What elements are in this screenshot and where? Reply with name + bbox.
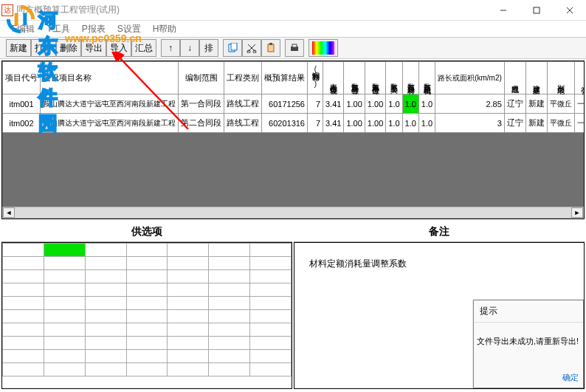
scissors-icon <box>247 43 257 53</box>
popup-message: 文件导出未成功,请重新导出! <box>474 323 583 360</box>
alert-popup: 提示 文件导出未成功,请重新导出! 确定 <box>473 300 584 388</box>
summary-button[interactable]: 汇总 <box>131 39 156 57</box>
main-grid[interactable]: 项目代号 建设项目名称 编制范围 工程类别 概预算结果 计划利润(%) 税金综合… <box>1 61 585 219</box>
col-profit: 计划利润(%) <box>308 62 323 94</box>
header-row: 项目代号 建设项目名称 编制范围 工程类别 概预算结果 计划利润(%) 税金综合… <box>3 62 585 94</box>
color-button[interactable] <box>308 39 338 57</box>
popup-ok-button[interactable]: 确定 <box>559 369 582 386</box>
popup-title: 提示 <box>474 300 583 323</box>
rainbow-icon <box>312 41 334 55</box>
import-button[interactable]: 导入 <box>106 39 131 57</box>
col-build: 新建改建 <box>525 62 547 94</box>
col-labor: 人工单价系数 <box>386 62 402 94</box>
move-up-button[interactable]: ↑ <box>161 39 180 57</box>
menubar: F编辑 T工具 P报表 S设置 H帮助 <box>0 21 586 37</box>
col-length: 路长或面积(km/m2) <box>435 62 505 94</box>
paste-button[interactable] <box>261 39 280 57</box>
print-button[interactable] <box>285 39 304 57</box>
export-button[interactable]: 导出 <box>81 39 106 57</box>
list-item <box>3 244 292 257</box>
col-material: 材料定额系数 <box>402 62 418 94</box>
list-item <box>3 350 292 363</box>
col-fee2: 综合费率系数 <box>365 62 385 94</box>
options-grid[interactable] <box>1 242 292 389</box>
list-item <box>3 297 292 310</box>
svg-rect-13 <box>268 44 274 52</box>
col-id: 项目代号 <box>3 62 41 94</box>
col-grade: 公等 <box>574 62 585 94</box>
minimize-button[interactable] <box>486 0 520 21</box>
list-item <box>3 257 292 270</box>
close-button[interactable] <box>553 0 586 21</box>
col-fee1: 综合取费系数 <box>344 62 365 94</box>
maximize-button[interactable] <box>520 0 553 21</box>
table-row[interactable]: itm002 鞍山腾达大道宁远屯至西河南段新建工程 第二合同段 路线工程 602… <box>3 114 585 133</box>
svg-rect-16 <box>292 44 297 47</box>
open-button[interactable]: 打开 <box>31 39 56 57</box>
new-button[interactable]: 新建 <box>6 39 31 57</box>
list-item <box>3 283 292 297</box>
options-title: 供选项 <box>1 222 292 242</box>
list-item <box>3 337 292 350</box>
col-result: 概预算结果 <box>262 62 308 94</box>
toolbar: 新建 打开 删除 导出 导入 汇总 ↑ ↓ 排 <box>0 37 586 59</box>
list-item <box>3 270 292 283</box>
col-terrain: 地形类别 <box>547 62 574 94</box>
menu-tools[interactable]: T工具 <box>41 21 75 37</box>
copy-button[interactable] <box>223 39 242 57</box>
selected-option-cell[interactable] <box>44 244 85 257</box>
paste-icon <box>266 43 276 53</box>
empty-grid-area <box>2 133 584 207</box>
printer-icon <box>289 43 300 53</box>
list-item <box>3 310 292 323</box>
remark-title: 备注 <box>294 222 585 242</box>
highlighted-cell[interactable]: 1.0 <box>402 94 418 114</box>
remark-text: 材料定额消耗量调整系数 <box>309 258 407 270</box>
svg-rect-14 <box>269 43 272 45</box>
app-icon: 达 <box>1 4 13 16</box>
sort-button[interactable]: 排 <box>199 39 218 57</box>
scroll-left-button[interactable]: ◄ <box>3 207 15 218</box>
list-item <box>3 363 292 376</box>
svg-rect-8 <box>231 43 237 50</box>
menu-edit[interactable]: F编辑 <box>6 21 41 37</box>
options-panel: 供选项 <box>1 222 292 389</box>
cut-button[interactable] <box>242 39 261 57</box>
menu-settings[interactable]: S设置 <box>111 21 147 37</box>
copy-icon <box>227 43 238 53</box>
move-down-button[interactable]: ↓ <box>180 39 199 57</box>
table-row[interactable]: itm001 鞍山腾达大道宁远屯至西河南段新建工程 第一合同段 路线工程 601… <box>3 94 585 114</box>
titlebar: 达 同方概预算工程管理(试用) <box>0 0 586 21</box>
h-scrollbar[interactable]: ◄ ► <box>2 207 584 219</box>
svg-rect-4 <box>534 7 540 13</box>
col-tax: 税金综合税率 <box>323 62 344 94</box>
list-item <box>3 323 292 337</box>
remark-body: 材料定额消耗量调整系数 提示 文件导出未成功,请重新导出! 确定 <box>294 242 585 389</box>
col-machine: 机械定额系数 <box>418 62 435 94</box>
col-type: 工程类别 <box>224 62 262 94</box>
col-scope: 编制范围 <box>179 62 224 94</box>
scroll-right-button[interactable]: ► <box>571 207 583 218</box>
menu-reports[interactable]: P报表 <box>76 21 111 37</box>
menu-help[interactable]: H帮助 <box>147 21 183 37</box>
remark-panel: 备注 材料定额消耗量调整系数 提示 文件导出未成功,请重新导出! 确定 <box>294 222 585 389</box>
col-name: 建设项目名称 <box>41 62 179 94</box>
col-location: 工程地点 <box>504 62 525 94</box>
delete-button[interactable]: 删除 <box>56 39 81 57</box>
